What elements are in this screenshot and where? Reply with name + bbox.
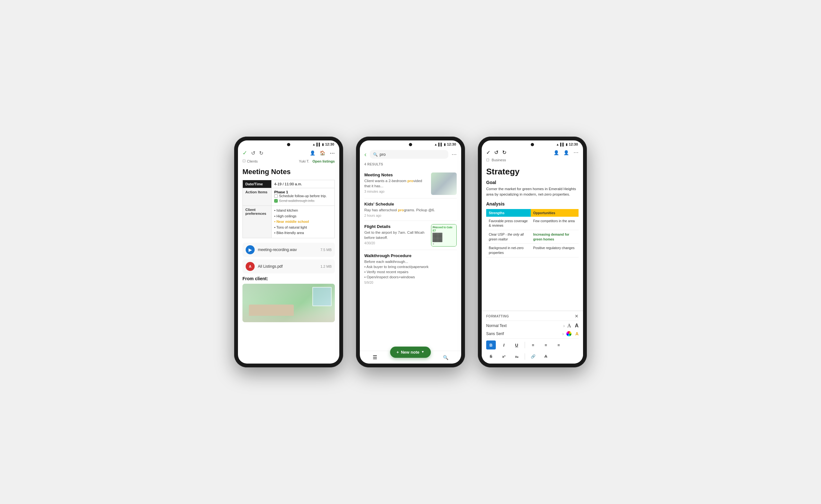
bold-button[interactable]: B xyxy=(486,340,496,349)
serif-font-icon[interactable]: A xyxy=(567,323,571,329)
menu-icon-2[interactable]: ☰ xyxy=(373,354,377,360)
search-header: ‹ 🔍 ⋯ xyxy=(360,147,461,161)
sofa-shape xyxy=(249,305,294,316)
right-icons-1: 👤 🏠 ⋯ xyxy=(310,150,335,156)
result-2-highlight: pro xyxy=(398,208,404,212)
align-center-button[interactable]: ≡ xyxy=(541,340,551,349)
normal-text-chevron: › xyxy=(563,323,565,328)
more-button-3[interactable]: ⋯ xyxy=(573,149,579,155)
normal-text-row[interactable]: Normal Text › A A xyxy=(482,322,583,330)
phone-3: ▲ ▌▌ ▮ 12:30 ✓ ↺ ↻ 👤 👤 ⋯ ☐ Bu xyxy=(478,137,587,367)
analysis-header-row: Strengths Opportunities xyxy=(486,209,579,217)
strength-2: Clear USP - the only all green realtor xyxy=(486,230,531,243)
breadcrumb-3: ☐ Business xyxy=(482,157,583,164)
status-bar-3: ▲ ▌▌ ▮ 12:30 xyxy=(482,140,583,147)
more-button-2[interactable]: ⋯ xyxy=(452,151,457,157)
add-person-icon-1[interactable]: 👤 xyxy=(310,150,315,155)
underline-button[interactable]: U xyxy=(512,340,521,349)
prefs-label: Client preferences xyxy=(243,206,272,238)
thumb-ticket: Proceed to Gate E7 ✈ xyxy=(431,224,457,247)
search-result-2[interactable]: Kids' Schedule Ray has afterschool progr… xyxy=(364,198,457,221)
result-2-text: Kids' Schedule Ray has afterschool progr… xyxy=(364,202,457,217)
attachment-pdf-size: 1.2 MB xyxy=(320,265,332,268)
home-icon-1[interactable]: 🏠 xyxy=(320,150,325,155)
superscript-button[interactable]: x² xyxy=(499,352,509,361)
ticket-qr xyxy=(433,233,442,242)
strength-1: Favorable press coverage & reviews xyxy=(486,217,531,230)
strengths-header: Strengths xyxy=(486,209,531,217)
battery-icon-3: ▮ xyxy=(566,143,568,146)
check-button-3[interactable]: ✓ xyxy=(486,149,490,155)
pref-5: • Bike-friendly area xyxy=(274,230,332,236)
attachment-pdf[interactable]: A All Listings.pdf 1.2 MB xyxy=(242,259,335,273)
link-button[interactable]: 🔗 xyxy=(528,352,538,361)
more-button-1[interactable]: ⋯ xyxy=(330,150,335,156)
search-result-4[interactable]: Walkthrough Procedure Before each walkth… xyxy=(364,250,457,288)
italic-button[interactable]: I xyxy=(499,340,509,349)
checkbox-item-1[interactable]: Schedule follow-up before trip. xyxy=(274,194,332,198)
result-1-thumb xyxy=(431,172,457,195)
back-button-2[interactable]: ‹ xyxy=(364,151,367,158)
undo-button-1[interactable]: ↺ xyxy=(251,150,255,156)
result-4-title: Walkthrough Procedure xyxy=(364,253,457,258)
status-bar-1: ▲ ▌▌ ▮ 12:30 xyxy=(238,140,339,147)
play-icon: ▶ xyxy=(246,245,255,254)
align-right-button[interactable]: ≡ xyxy=(554,340,563,349)
breadcrumb-action-1[interactable]: Open listings xyxy=(312,159,335,163)
breadcrumb-parent-1: Clients xyxy=(247,159,258,163)
person-icon-3[interactable]: 👤 xyxy=(554,150,559,155)
signal-icon-2: ▌▌ xyxy=(438,143,443,146)
sans-font-icon[interactable]: A xyxy=(575,323,579,329)
check-button-1[interactable]: ✓ xyxy=(242,149,247,156)
search-bar[interactable]: 🔍 xyxy=(370,150,448,159)
battery-icon-1: ▮ xyxy=(322,143,324,146)
analysis-heading: Analysis xyxy=(486,201,579,206)
subscript-button[interactable]: x₂ xyxy=(512,352,521,361)
sans-serif-row[interactable]: Sans Serif › A xyxy=(482,330,583,338)
phone-3-screen: ▲ ▌▌ ▮ 12:30 ✓ ↺ ↻ 👤 👤 ⋯ ☐ Bu xyxy=(482,140,583,364)
fab-plus-icon: + xyxy=(396,350,399,355)
redo-button-3[interactable]: ↻ xyxy=(502,149,506,155)
battery-icon-2: ▮ xyxy=(444,143,446,146)
signal-icon-3: ▌▌ xyxy=(560,143,565,146)
formatting-close-button[interactable]: ✕ xyxy=(575,314,579,319)
sans-chevron: › xyxy=(562,331,564,336)
undo-button-3[interactable]: ↺ xyxy=(494,149,498,155)
from-client-heading: From client: xyxy=(242,276,335,281)
opp-2: Increasing demand for green homes xyxy=(531,230,579,243)
breadcrumb-parent-3: Business xyxy=(492,158,506,162)
ticket-header: Proceed to Gate E7 xyxy=(433,226,455,232)
analysis-table: Strengths Opportunities Favorable press … xyxy=(486,209,579,257)
new-note-fab[interactable]: + New note ▲ xyxy=(390,347,431,358)
phone-1-screen: ▲ ▌▌ ▮ 12:30 ✓ ↺ ↻ 👤 🏠 ⋯ ☐ xyxy=(238,140,339,364)
checkbox-item-2[interactable]: ✓ Send walkthrough info. xyxy=(274,199,332,203)
result-3-title: Flight Details xyxy=(364,224,428,229)
align-left-button[interactable]: ≡ xyxy=(528,340,538,349)
redo-button-1[interactable]: ↻ xyxy=(259,150,263,156)
action-label: Action Items xyxy=(243,188,272,206)
search-icon-bottom-2[interactable]: 🔍 xyxy=(443,355,448,360)
checkbox-2[interactable]: ✓ xyxy=(274,199,278,203)
checkbox-1[interactable] xyxy=(274,194,278,198)
add-person-icon-3[interactable]: 👤 xyxy=(563,150,569,155)
result-4-text: Walkthrough Procedure Before each walkth… xyxy=(364,253,457,284)
wifi-icon-1: ▲ xyxy=(312,143,316,146)
breadcrumb-left-1: ☐ Clients xyxy=(242,159,258,163)
font-icons-group: A A xyxy=(567,323,579,329)
search-result-1[interactable]: Meeting Notes Client wants a 2-bedroom p… xyxy=(364,169,457,198)
phone-1-content: Meeting Notes Date/Time 4-19 / 11:00 a.m… xyxy=(238,165,339,364)
color-picker-dot[interactable] xyxy=(566,331,571,336)
result-2-snippet: Ray has afterschool programs. Pickup @6. xyxy=(364,207,457,213)
result-1-time: 3 minutes ago xyxy=(364,190,428,193)
datetime-header: Date/Time xyxy=(243,180,272,188)
signal-icons-1: ▲ ▌▌ ▮ xyxy=(312,143,324,146)
breadcrumb-right-1: Yuki T. Open listings xyxy=(299,159,335,163)
formatting-header: FORMATTING ✕ xyxy=(482,311,583,320)
search-result-3[interactable]: Flight Details Get to the airport by 7am… xyxy=(364,221,457,250)
strikethrough-button[interactable]: S xyxy=(486,352,496,361)
attachment-wav[interactable]: ▶ meeting-recording.wav 7.5 MB xyxy=(242,243,335,257)
search-input[interactable] xyxy=(380,152,445,157)
action-value: Phase 1 Schedule follow-up before trip. … xyxy=(272,188,335,206)
notes-table: Date/Time 4-19 / 11:00 a.m. Action Items… xyxy=(242,180,335,238)
clear-format-button[interactable]: A xyxy=(541,352,551,361)
